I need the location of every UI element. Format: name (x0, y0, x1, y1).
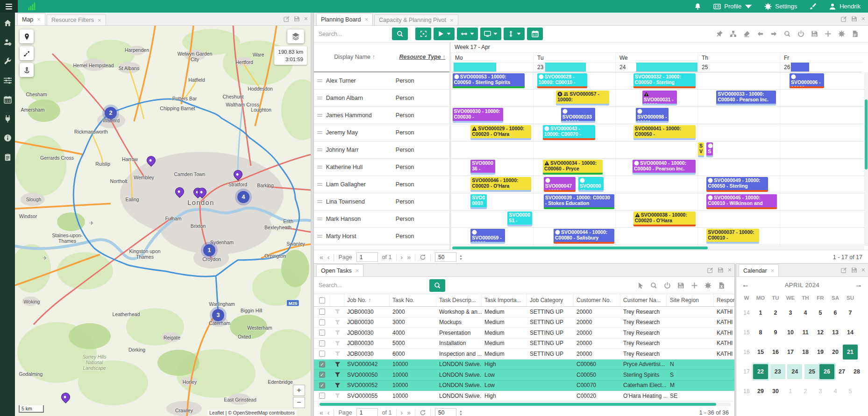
sidebar-item-plug[interactable] (4, 115, 12, 123)
map-route-tool-button[interactable] (20, 46, 34, 60)
sidebar-item-wrench[interactable] (4, 57, 12, 65)
arrow-left-icon[interactable] (757, 30, 764, 37)
close-panel-icon[interactable]: × (728, 267, 732, 273)
drag-handle-icon[interactable] (314, 200, 326, 204)
calendar-day[interactable]: 14 (843, 325, 858, 340)
close-icon[interactable]: × (356, 268, 359, 274)
table-row[interactable]: ✓SVO00005010000LONDON Swive...LowC00050S… (314, 370, 734, 381)
save-icon[interactable] (811, 30, 818, 37)
save-panel-icon[interactable] (851, 267, 857, 273)
column-header[interactable]: Respon... (714, 294, 734, 306)
sidebar-item-sliders[interactable] (4, 77, 12, 85)
resource-row[interactable]: Mark HansonPerson (314, 211, 449, 228)
calendar-day[interactable]: 21 (843, 345, 858, 360)
settings-menu[interactable]: Settings (764, 3, 797, 10)
display-mode-button[interactable] (480, 28, 501, 40)
resource-row[interactable]: Johnny MarrPerson (314, 141, 449, 159)
save-panel-icon[interactable] (851, 16, 857, 22)
map-cluster-marker[interactable]: 3 (212, 309, 224, 321)
row-checkbox[interactable]: ✓ (319, 372, 325, 378)
edit-panel-icon[interactable] (841, 267, 847, 273)
task-bar[interactable]: SVO000030 - 10000: C00030 - (453, 108, 504, 123)
tab-capacity-planning-pivot[interactable]: Capacity & Planning Pivot× (374, 14, 458, 25)
sidebar-item-clipboard[interactable] (4, 153, 12, 161)
drag-handle-icon[interactable] (314, 183, 326, 186)
calendar-day[interactable]: 20 (828, 345, 843, 360)
close-icon[interactable]: × (37, 16, 41, 22)
power-icon[interactable] (797, 30, 804, 37)
timescale-button[interactable] (457, 28, 478, 40)
gantt-cell[interactable] (533, 211, 615, 227)
column-header[interactable]: Job No. ↑ (344, 294, 390, 306)
calendar-day[interactable]: 5 (843, 384, 858, 399)
calendar-day[interactable]: 25 (804, 364, 819, 379)
gantt-vertical-scrollbar[interactable] (864, 72, 868, 246)
column-header[interactable]: Task Descrip... (436, 294, 482, 306)
gantt-cell[interactable] (533, 141, 615, 158)
close-panel-icon[interactable]: × (861, 15, 865, 22)
fit-view-button[interactable] (415, 28, 431, 40)
plus-icon[interactable] (691, 282, 698, 289)
close-icon[interactable]: × (364, 16, 368, 22)
table-row[interactable]: ✓SVO00004210000LONDON Swive...HighC00060… (314, 360, 734, 370)
gantt-cell[interactable] (780, 141, 862, 158)
row-checkbox[interactable] (319, 340, 325, 346)
calendar-day[interactable]: 17 (783, 345, 798, 360)
resource-row[interactable]: James HammondPerson (314, 107, 449, 124)
calendar-day[interactable]: 2 (798, 384, 813, 399)
drag-handle-icon[interactable] (314, 234, 326, 238)
page-size-stepper[interactable]: ▲▼ (459, 254, 462, 261)
calendar-day[interactable]: 10 (783, 325, 798, 340)
zoom-out-button[interactable]: − (293, 397, 305, 408)
task-bar[interactable]: SVO000098 - 10000: (636, 108, 669, 123)
row-checkbox[interactable] (319, 393, 325, 399)
gantt-horizontal-scrollbar[interactable] (452, 246, 864, 250)
gantt-cell[interactable] (780, 176, 862, 193)
row-checkbox[interactable] (319, 309, 325, 315)
task-bar[interactable]: SVO000044 - 10000: C00080 - Salisbury (554, 229, 614, 244)
calendar-day[interactable]: 9 (768, 325, 783, 340)
first-page-icon[interactable]: « (320, 409, 323, 416)
task-bar[interactable]: SVO000043 - 10000: C00070 - (543, 125, 595, 140)
tasks-horizontal-scrollbar[interactable] (318, 402, 731, 406)
gear-icon[interactable] (838, 30, 845, 37)
gantt-cell[interactable] (615, 228, 697, 245)
page-size-input[interactable] (435, 408, 456, 416)
map-marker-tool-button[interactable] (20, 29, 34, 43)
gear-icon[interactable] (704, 282, 711, 289)
planning-search-button[interactable] (392, 28, 408, 40)
task-bar[interactable]: SVO000033 - 10000: C00040 - Pearson Inc. (716, 91, 776, 106)
task-bar[interactable]: SVO000037 - 10000: C00010 - (706, 229, 759, 244)
drag-handle-icon[interactable] (314, 131, 326, 134)
task-bar[interactable]: SVO000051 - (507, 212, 532, 226)
calendar-day[interactable]: 4 (828, 384, 843, 399)
task-bar[interactable]: SVO000045 - 10000: C00010 - Wilkinson an… (706, 194, 777, 209)
page-number-input[interactable] (356, 408, 378, 416)
file-pdf-icon[interactable] (852, 30, 859, 37)
row-height-button[interactable] (504, 28, 525, 40)
column-header[interactable]: Job Category (527, 294, 574, 306)
filter-funnel-icon[interactable] (334, 372, 341, 378)
map-anchor-tool-button[interactable] (20, 63, 34, 77)
drag-handle-icon[interactable] (314, 96, 326, 100)
drag-handle-icon[interactable] (314, 79, 326, 83)
gantt-cell[interactable] (780, 228, 862, 245)
drag-handle-icon[interactable] (314, 217, 326, 221)
gantt-cell[interactable] (697, 72, 780, 89)
edit-panel-icon[interactable] (707, 267, 713, 273)
gantt-cell[interactable] (780, 159, 862, 176)
calendar-day[interactable]: 3 (783, 305, 798, 320)
user-menu[interactable]: Hendrik (829, 3, 861, 10)
map-cluster-marker[interactable]: 1 (203, 244, 215, 256)
resource-row[interactable]: Damon AlbarnPerson (314, 90, 449, 107)
search-icon[interactable] (650, 282, 657, 289)
gantt-cell[interactable] (697, 107, 780, 124)
map-pin-marker[interactable] (232, 168, 244, 181)
column-header[interactable]: Task Importa... (482, 294, 527, 306)
calendar-day[interactable]: 18 (798, 345, 813, 360)
tab-map[interactable]: Map× (17, 13, 45, 25)
tab-planning-board[interactable]: Planning Board× (316, 13, 373, 25)
calendar-day[interactable]: 12 (813, 325, 828, 340)
power-icon[interactable] (664, 282, 671, 289)
calendar-day[interactable]: 1 (753, 305, 768, 320)
